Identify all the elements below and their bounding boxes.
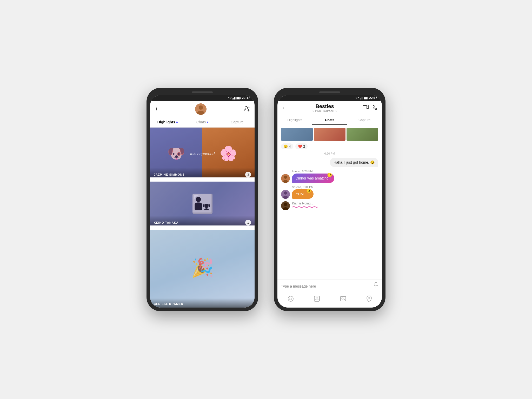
status-time-right: 22:17 bbox=[369, 96, 377, 100]
highlights-feed: 🐶 🌸 this happened JAZMINE SIMMONS 3 bbox=[150, 128, 255, 308]
svg-rect-33 bbox=[375, 282, 377, 286]
phone-call-icon[interactable] bbox=[373, 105, 378, 111]
tab-highlights-right[interactable]: Highlights bbox=[277, 115, 312, 125]
svg-point-25 bbox=[284, 176, 287, 179]
phone-speaker-left bbox=[192, 91, 213, 93]
bubble-serena: YUM 🙂 bbox=[292, 189, 314, 199]
image-button[interactable] bbox=[340, 296, 346, 304]
svg-rect-3 bbox=[234, 97, 235, 99]
bubble-louisa: Dinner was amazing!! 🙂 bbox=[292, 174, 334, 183]
emoji-button[interactable] bbox=[288, 296, 294, 304]
svg-rect-4 bbox=[235, 97, 236, 99]
sticker-button[interactable] bbox=[314, 296, 320, 304]
message-serena: Serena, 6:31 PM YUM 🙂 bbox=[281, 185, 378, 199]
tabs-right: Highlights Chats Capture bbox=[277, 115, 382, 125]
highlight-overlay-text: this happened bbox=[150, 151, 255, 156]
avatar-kian bbox=[281, 201, 290, 210]
heart-emoji: ❤️ bbox=[298, 144, 302, 148]
tab-chats-left[interactable]: Chats bbox=[185, 117, 220, 127]
right-phone-screen: 22:17 ← Besties 6 PARTICIPANTS bbox=[277, 95, 382, 308]
serena-emoji: 🙂 bbox=[306, 188, 311, 193]
svg-point-43 bbox=[342, 297, 343, 298]
top-bar-left: + bbox=[150, 101, 255, 117]
wifi-icon-right bbox=[355, 97, 359, 99]
add-friend-icon[interactable] bbox=[244, 106, 250, 113]
right-phone: 22:17 ← Besties 6 PARTICIPANTS bbox=[274, 88, 385, 311]
message-louisa: Louisa, 6:28 PM Dinner was amazing!! 🙂 bbox=[281, 170, 378, 183]
chat-participants: 6 PARTICIPANTS bbox=[290, 110, 359, 112]
message-content-louisa: Louisa, 6:28 PM Dinner was amazing!! 🙂 bbox=[292, 170, 334, 183]
svg-rect-2 bbox=[234, 98, 234, 99]
top-bar-right: ← Besties 6 PARTICIPANTS bbox=[277, 101, 382, 115]
left-phone-screen: 22:17 + bbox=[150, 95, 255, 308]
svg-point-9 bbox=[199, 105, 203, 110]
typing-indicator: Kian is typing... bbox=[281, 201, 378, 210]
tab-highlights-left[interactable]: Highlights bbox=[150, 117, 185, 127]
svg-rect-16 bbox=[360, 98, 361, 99]
svg-point-11 bbox=[245, 107, 248, 109]
story-thumb-3[interactable] bbox=[347, 128, 378, 141]
svg-point-37 bbox=[289, 298, 290, 298]
bottom-toolbar bbox=[277, 293, 382, 308]
svg-point-38 bbox=[291, 298, 292, 298]
left-phone: 22:17 + bbox=[147, 88, 258, 311]
svg-point-28 bbox=[284, 191, 287, 195]
svg-rect-23 bbox=[363, 105, 367, 109]
tab-capture-left[interactable]: Capture bbox=[220, 117, 255, 127]
status-bar-right: 22:17 bbox=[277, 95, 382, 101]
phone-speaker-right bbox=[319, 91, 340, 93]
reaction-heart[interactable]: ❤️ 2 bbox=[295, 143, 308, 149]
svg-point-31 bbox=[284, 203, 287, 206]
typing-wave-icon bbox=[292, 205, 318, 209]
location-button[interactable] bbox=[366, 296, 372, 304]
status-icons-right: 22:17 bbox=[355, 96, 377, 100]
story-strip bbox=[281, 128, 378, 141]
svg-rect-7 bbox=[237, 97, 240, 99]
photo-party[interactable]: 🎉 bbox=[150, 228, 255, 308]
svg-point-0 bbox=[230, 99, 230, 99]
status-time-left: 22:17 bbox=[242, 96, 250, 100]
chats-dot bbox=[207, 122, 208, 123]
svg-rect-1 bbox=[232, 98, 233, 99]
reaction-shocked[interactable]: 😮 4 bbox=[281, 143, 293, 149]
status-icons-left: 22:17 bbox=[228, 96, 250, 100]
svg-point-40 bbox=[316, 297, 317, 298]
message-time-1: 6:26 PM bbox=[281, 152, 378, 155]
reactions-row: 😮 4 ❤️ 2 bbox=[281, 143, 378, 149]
message-input-area bbox=[277, 280, 382, 293]
typing-label: Kian is typing... bbox=[292, 202, 318, 205]
svg-rect-39 bbox=[314, 296, 320, 301]
signal-icon-right bbox=[360, 97, 363, 99]
story-thumb-2[interactable] bbox=[314, 128, 345, 141]
status-bar-left: 22:17 bbox=[150, 95, 255, 101]
louisa-emoji: 🙂 bbox=[327, 172, 332, 177]
bubble-self: Haha. I just got home. 😏 bbox=[330, 158, 378, 167]
tab-chats-right[interactable]: Chats bbox=[312, 115, 347, 125]
svg-rect-22 bbox=[364, 97, 367, 99]
story-thumb-1[interactable] bbox=[281, 128, 313, 141]
svg-rect-18 bbox=[362, 97, 362, 99]
svg-rect-17 bbox=[361, 98, 362, 99]
svg-rect-6 bbox=[241, 97, 241, 98]
back-button[interactable]: ← bbox=[282, 105, 287, 111]
add-icon[interactable]: + bbox=[155, 106, 158, 112]
svg-point-44 bbox=[368, 297, 370, 299]
wifi-icon bbox=[228, 97, 232, 99]
avatar-serena bbox=[281, 190, 290, 199]
chat-title-area: Besties 6 PARTICIPANTS bbox=[290, 103, 359, 112]
message-self: Haha. I just got home. 😏 bbox=[281, 158, 378, 167]
battery-icon-left bbox=[236, 97, 241, 99]
avatar-louisa bbox=[281, 174, 290, 183]
svg-rect-21 bbox=[368, 97, 368, 98]
message-content-serena: Serena, 6:31 PM YUM 🙂 bbox=[292, 185, 314, 199]
shocked-emoji: 😮 bbox=[284, 144, 288, 148]
mic-icon[interactable] bbox=[374, 282, 378, 290]
video-call-icon[interactable] bbox=[363, 105, 369, 111]
chat-group-title: Besties bbox=[290, 103, 359, 109]
typing-text-area: Kian is typing... bbox=[292, 202, 318, 210]
tab-capture-right[interactable]: Capture bbox=[347, 115, 382, 125]
svg-point-36 bbox=[288, 296, 293, 301]
svg-point-15 bbox=[357, 99, 357, 99]
message-input[interactable] bbox=[281, 284, 371, 288]
user-avatar-left[interactable] bbox=[195, 103, 207, 115]
